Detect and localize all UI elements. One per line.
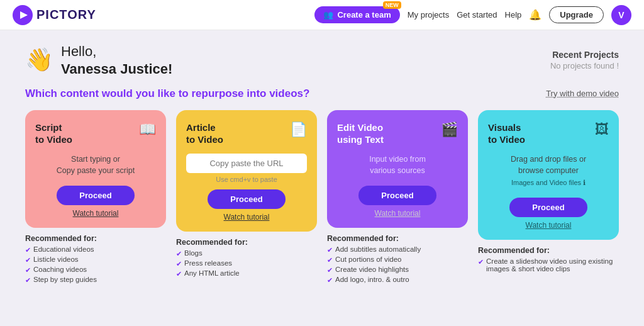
logo-area: PICTORY	[13, 5, 96, 25]
document-icon: 📄	[290, 121, 307, 138]
recommended-title-article: Recommended for:	[176, 238, 317, 247]
recent-projects-panel: Recent Projects No projects found !	[550, 50, 619, 70]
video-edit-icon: 🎬	[441, 121, 458, 138]
recommended-visuals: Recommended for: ✔Create a slideshow vid…	[478, 246, 619, 273]
visuals-to-video-wrapper: Visuals to Video 🖼 Drag and drop files o…	[478, 110, 619, 286]
card-title-visuals: Visuals to Video	[488, 121, 525, 146]
card-title-edit: Edit Video using Text	[337, 121, 384, 146]
card-title-article: Article to Video	[186, 121, 223, 146]
card-header-visuals: Visuals to Video 🖼	[488, 121, 609, 146]
section-header: Which content would you like to repurpos…	[25, 87, 619, 100]
list-item: ✔Create a slideshow video using existing…	[478, 257, 619, 273]
card-header-article: Article to Video 📄	[186, 121, 307, 146]
article-to-video-wrapper: Article to Video 📄 Use cmd+v to paste Pr…	[176, 110, 317, 286]
check-icon: ✔	[327, 256, 333, 264]
list-item: ✔Any HTML article	[176, 269, 317, 278]
greeting-left: 👋 Hello, Vanessa Justice!	[25, 43, 172, 77]
logo-text: PICTORY	[36, 8, 96, 22]
check-icon: ✔	[25, 246, 31, 254]
check-icon: ✔	[327, 266, 333, 274]
get-started-link[interactable]: Get started	[457, 10, 497, 20]
card-body-edit: Input video fromvarious sources	[369, 154, 426, 177]
upgrade-button[interactable]: Upgrade	[549, 6, 604, 23]
card-body-visuals: Drag and drop files orbrowse computerIma…	[511, 154, 586, 189]
list-item: ✔Cut portions of video	[327, 256, 468, 264]
recent-projects-title: Recent Projects	[550, 50, 619, 60]
recommended-list-article: ✔Blogs ✔Press releases ✔Any HTML article	[176, 249, 317, 278]
wave-emoji: 👋	[25, 47, 53, 73]
book-icon: 📖	[139, 121, 156, 138]
create-team-button[interactable]: 👥 Create a team NEW	[314, 6, 399, 23]
list-item: ✔Add subtitles automatically	[327, 245, 468, 254]
url-input[interactable]	[186, 154, 307, 173]
my-projects-link[interactable]: My projects	[408, 10, 449, 20]
script-to-video-wrapper: Script to Video 📖 Start typing orCopy pa…	[25, 110, 166, 286]
recommended-edit: Recommended for: ✔Add subtitles automati…	[327, 234, 468, 284]
list-item: ✔Add logo, intro. & outro	[327, 276, 468, 284]
section-title: Which content would you like to repurpos…	[25, 87, 309, 100]
list-item: ✔Educational videos	[25, 245, 166, 254]
demo-link[interactable]: Try with demo video	[546, 89, 619, 98]
check-icon: ✔	[327, 246, 333, 254]
proceed-button-article[interactable]: Proceed	[208, 189, 285, 209]
card-body-script: Start typing orCopy paste your script	[57, 154, 135, 177]
proceed-button-script[interactable]: Proceed	[57, 186, 134, 205]
header: PICTORY 👥 Create a team NEW My projects …	[0, 0, 644, 30]
check-icon: ✔	[327, 276, 333, 284]
script-to-video-card: Script to Video 📖 Start typing orCopy pa…	[25, 110, 166, 228]
list-item: ✔Listicle videos	[25, 256, 166, 264]
cards-row: Script to Video 📖 Start typing orCopy pa…	[25, 110, 619, 286]
recommended-article: Recommended for: ✔Blogs ✔Press releases …	[176, 238, 317, 278]
list-item: ✔Create video highlights	[327, 266, 468, 274]
user-name: Vanessa Justice!	[61, 61, 172, 77]
recommended-list-edit: ✔Add subtitles automatically ✔Cut portio…	[327, 245, 468, 284]
article-to-video-card: Article to Video 📄 Use cmd+v to paste Pr…	[176, 110, 317, 232]
recommended-title-script: Recommended for:	[25, 234, 166, 243]
watch-tutorial-edit[interactable]: Watch tutorial	[375, 209, 421, 218]
list-item: ✔Press releases	[176, 259, 317, 268]
recommended-title-edit: Recommended for:	[327, 234, 468, 243]
check-icon: ✔	[176, 250, 182, 258]
recommended-list-visuals: ✔Create a slideshow video using existing…	[478, 257, 619, 273]
proceed-button-edit[interactable]: Proceed	[358, 186, 436, 205]
card-header-edit: Edit Video using Text 🎬	[337, 121, 458, 146]
bell-icon[interactable]: 🔔	[529, 9, 541, 21]
header-nav: 👥 Create a team NEW My projects Get star…	[314, 5, 631, 25]
list-item: ✔Blogs	[176, 249, 317, 258]
help-link[interactable]: Help	[505, 10, 522, 20]
watch-tutorial-article[interactable]: Watch tutorial	[224, 213, 270, 222]
check-icon: ✔	[25, 256, 31, 264]
image-icon: 🖼	[595, 121, 609, 138]
watch-tutorial-visuals[interactable]: Watch tutorial	[526, 221, 572, 230]
main-content: 👋 Hello, Vanessa Justice! Recent Project…	[0, 30, 644, 298]
edit-video-card: Edit Video using Text 🎬 Input video from…	[327, 110, 468, 228]
card-title-script: Script to Video	[35, 121, 72, 146]
recommended-title-visuals: Recommended for:	[478, 246, 619, 255]
watch-tutorial-script[interactable]: Watch tutorial	[73, 209, 119, 218]
greeting-text-block: Hello, Vanessa Justice!	[61, 43, 172, 77]
url-hint: Use cmd+v to paste	[216, 176, 277, 183]
card-header-script: Script to Video 📖	[35, 121, 156, 146]
edit-video-wrapper: Edit Video using Text 🎬 Input video from…	[327, 110, 468, 286]
recommended-list-script: ✔Educational videos ✔Listicle videos ✔Co…	[25, 245, 166, 284]
check-icon: ✔	[25, 276, 31, 284]
proceed-button-visuals[interactable]: Proceed	[509, 198, 587, 217]
new-badge: NEW	[383, 1, 401, 9]
check-icon: ✔	[176, 270, 182, 278]
visuals-to-video-card: Visuals to Video 🖼 Drag and drop files o…	[478, 110, 619, 240]
people-icon: 👥	[323, 10, 333, 20]
check-icon: ✔	[176, 260, 182, 268]
recommended-script: Recommended for: ✔Educational videos ✔Li…	[25, 234, 166, 284]
check-icon: ✔	[478, 258, 484, 266]
pictory-logo-icon	[13, 5, 33, 25]
greeting-area: 👋 Hello, Vanessa Justice! Recent Project…	[25, 43, 619, 77]
check-icon: ✔	[25, 266, 31, 274]
no-projects-text: No projects found !	[550, 61, 619, 70]
list-item: ✔Coaching videos	[25, 266, 166, 274]
hello-text: Hello,	[61, 43, 172, 61]
avatar[interactable]: V	[611, 5, 631, 25]
list-item: ✔Step by step guides	[25, 276, 166, 284]
